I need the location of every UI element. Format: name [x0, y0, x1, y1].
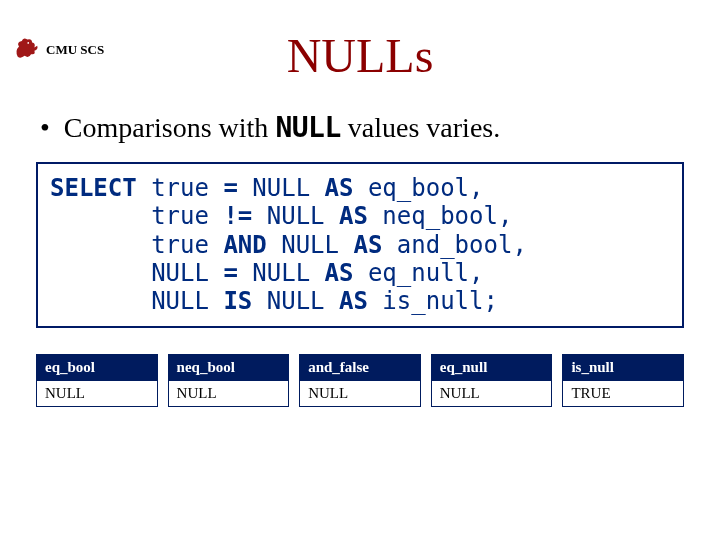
- sql-kw: AS: [325, 259, 354, 287]
- sql-kw: IS: [223, 287, 252, 315]
- sql-text: true: [137, 174, 224, 202]
- sql-text: NULL: [50, 259, 223, 287]
- table-header: and_false: [300, 354, 421, 380]
- sql-text: is_null;: [368, 287, 498, 315]
- sql-text: and_bool,: [382, 231, 527, 259]
- table-header: neq_bool: [168, 354, 289, 380]
- result-tables-row: eq_bool NULL neq_bool NULL and_false NUL…: [36, 354, 684, 407]
- table-cell: NULL: [168, 380, 289, 406]
- sql-op: =: [223, 259, 237, 287]
- slide-header: CMU SCS: [12, 34, 104, 66]
- table-cell: NULL: [431, 380, 552, 406]
- result-table: eq_bool NULL: [36, 354, 158, 407]
- sql-op: !=: [223, 202, 252, 230]
- bullet-dot: •: [40, 112, 50, 143]
- scotty-dragon-icon: [12, 34, 40, 66]
- sql-text: neq_bool,: [368, 202, 513, 230]
- sql-kw: SELECT: [50, 174, 137, 202]
- table-header: is_null: [563, 354, 684, 380]
- sql-kw: AS: [339, 202, 368, 230]
- svg-point-0: [27, 42, 29, 44]
- sql-text: eq_bool,: [353, 174, 483, 202]
- bullet-keyword: NULL: [275, 111, 340, 144]
- bullet-text-pre: Comparisons with: [64, 112, 276, 143]
- table-cell: NULL: [300, 380, 421, 406]
- sql-text: NULL: [238, 259, 325, 287]
- table-header: eq_null: [431, 354, 552, 380]
- sql-kw: AS: [353, 231, 382, 259]
- slide-title: NULLs: [0, 28, 720, 83]
- sql-kw: AS: [325, 174, 354, 202]
- sql-code-box: SELECT true = NULL AS eq_bool, true != N…: [36, 162, 684, 328]
- sql-kw: AS: [339, 287, 368, 315]
- table-cell: NULL: [37, 380, 158, 406]
- sql-text: NULL: [238, 174, 325, 202]
- sql-text: NULL: [252, 202, 339, 230]
- sql-op: =: [223, 174, 237, 202]
- slide: CMU SCS NULLs •Comparisons with NULL val…: [0, 28, 720, 540]
- sql-kw: AND: [223, 231, 266, 259]
- sql-text: NULL: [50, 287, 223, 315]
- bullet-text-post: values varies.: [341, 112, 500, 143]
- result-table: and_false NULL: [299, 354, 421, 407]
- sql-text: NULL: [267, 231, 354, 259]
- result-table: neq_bool NULL: [168, 354, 290, 407]
- sql-text: true: [50, 202, 223, 230]
- bullet-point: •Comparisons with NULL values varies.: [40, 111, 720, 144]
- header-org-label: CMU SCS: [46, 42, 104, 58]
- result-table: is_null TRUE: [562, 354, 684, 407]
- table-cell: TRUE: [563, 380, 684, 406]
- sql-text: NULL: [252, 287, 339, 315]
- sql-text: true: [50, 231, 223, 259]
- table-header: eq_bool: [37, 354, 158, 380]
- sql-text: eq_null,: [353, 259, 483, 287]
- result-table: eq_null NULL: [431, 354, 553, 407]
